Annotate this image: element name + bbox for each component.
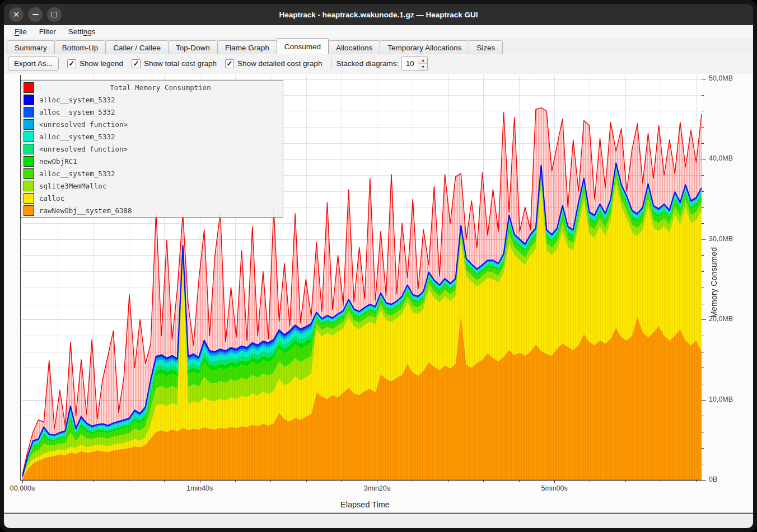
chart-panel: Total Memory Consumptionalloc__system_53… <box>4 73 753 513</box>
menu-item-filter[interactable]: Filter <box>33 26 62 37</box>
legend-item: rawNewObj__system_6388 <box>22 204 282 216</box>
legend-item: Total Memory Consumption <box>22 81 282 93</box>
legend-item: alloc__system_5332 <box>22 130 282 143</box>
checkbox-label: Show total cost graph <box>144 59 217 68</box>
legend-label: <unresolved function> <box>39 145 128 153</box>
menu-item-file[interactable]: File <box>8 26 33 37</box>
legend-item: alloc__system_5332 <box>22 167 282 180</box>
heaptrack-window: ✕ Heaptrack - heaptrack.wakunode.1.gz — … <box>0 0 757 532</box>
checkbox-label: Show detailed cost graph <box>237 59 323 68</box>
checkbox-label: Show legend <box>80 59 123 68</box>
y-tick-label: 30,0MB <box>709 235 733 243</box>
window-controls: ✕ <box>9 7 62 22</box>
legend-swatch <box>24 131 34 142</box>
close-button[interactable]: ✕ <box>9 7 24 22</box>
y-tick-label: 10,0MB <box>709 396 733 403</box>
legend-swatch <box>24 156 34 167</box>
x-tick-label: 1min40s <box>186 484 213 492</box>
legend-swatch <box>24 119 34 130</box>
legend-label: newObjRC1 <box>39 157 77 166</box>
legend-label: rawNewObj__system_6388 <box>39 206 132 215</box>
tab-caller-callee[interactable]: Caller / Callee <box>105 40 169 54</box>
checkbox-show-detailed-cost-graph[interactable]: ✓Show detailed cost graph <box>225 59 323 68</box>
tab-consumed[interactable]: Consumed <box>277 38 329 54</box>
spinner-buttons: ▲ ▼ <box>418 57 427 70</box>
legend-swatch <box>24 144 34 154</box>
legend-label: alloc__system_5332 <box>39 108 115 116</box>
y-axis-title: Memory Consumed <box>710 247 719 318</box>
window-bottom-margin <box>4 514 753 528</box>
checkmark-icon: ✓ <box>67 59 76 68</box>
x-tick-label: 3min20s <box>364 484 390 492</box>
legend-swatch <box>24 205 34 216</box>
y-tick-label: 50,0MB <box>709 74 733 82</box>
legend-item: calloc <box>22 192 282 204</box>
tab-allocations[interactable]: Allocations <box>328 40 380 54</box>
legend-label: alloc__system_5332 <box>39 170 115 178</box>
x-tick-label: 5min00s <box>541 484 568 492</box>
close-icon: ✕ <box>13 11 20 18</box>
window-title: Heaptrack - heaptrack.wakunode.1.gz — He… <box>71 4 686 25</box>
menu-item-settings[interactable]: Settings <box>62 26 102 37</box>
tab-top-down[interactable]: Top-Down <box>168 40 218 54</box>
legend-label: Total Memory Consumption <box>39 83 282 92</box>
legend-item: sqlite3MemMalloc <box>22 180 282 192</box>
spin-down-button[interactable]: ▼ <box>418 64 427 70</box>
legend-label: alloc__system_5332 <box>39 133 115 141</box>
legend-swatch <box>24 181 34 191</box>
export-as-button[interactable]: Export As... <box>8 57 59 71</box>
toolbar-separator <box>331 58 332 69</box>
legend-swatch <box>24 107 34 117</box>
legend-item: <unresolved function> <box>22 143 282 155</box>
toolbar: Export As... ✓Show legend✓Show total cos… <box>4 54 753 73</box>
legend-item: newObjRC1 <box>22 155 282 167</box>
y-tick-label: 40,0MB <box>709 154 733 162</box>
tab-flame-graph[interactable]: Flame Graph <box>217 40 277 54</box>
x-tick-label: 00.000s <box>10 484 35 492</box>
tab-summary[interactable]: Summary <box>7 40 55 54</box>
minimize-button[interactable] <box>28 7 43 22</box>
y-tick-label: 0B <box>709 475 717 483</box>
chart-legend: Total Memory Consumptionalloc__system_53… <box>21 80 283 218</box>
legend-label: alloc__system_5332 <box>39 96 115 104</box>
minimize-icon <box>32 14 39 15</box>
checkbox-show-legend[interactable]: ✓Show legend <box>67 59 123 68</box>
legend-item: alloc__system_5332 <box>22 93 282 106</box>
checkmark-icon: ✓ <box>225 59 234 68</box>
tab-sizes[interactable]: Sizes <box>469 40 503 54</box>
maximize-icon <box>52 12 57 17</box>
maximize-button[interactable] <box>47 7 62 22</box>
legend-label: <unresolved function> <box>39 120 128 129</box>
legend-swatch <box>24 168 34 179</box>
tab-temporary-allocations[interactable]: Temporary Allocations <box>380 40 469 54</box>
checkmark-icon: ✓ <box>132 59 141 68</box>
stacked-diagrams-value: 10 <box>402 57 418 70</box>
spin-up-button[interactable]: ▲ <box>418 57 427 64</box>
legend-item: alloc__system_5332 <box>22 106 282 118</box>
legend-swatch <box>24 193 34 204</box>
legend-label: sqlite3MemMalloc <box>39 182 106 190</box>
checkbox-show-total-cost-graph[interactable]: ✓Show total cost graph <box>132 59 217 68</box>
tab-bottom-up[interactable]: Bottom-Up <box>54 40 106 54</box>
stacked-diagrams-spinner[interactable]: 10 ▲ ▼ <box>401 57 428 71</box>
title-bar[interactable]: ✕ Heaptrack - heaptrack.wakunode.1.gz — … <box>4 4 753 25</box>
menu-bar: FileFilterSettings <box>4 25 753 38</box>
legend-swatch <box>24 82 34 93</box>
legend-item: <unresolved function> <box>22 118 282 130</box>
stacked-diagrams-label: Stacked diagrams: <box>337 59 399 68</box>
legend-swatch <box>24 95 34 105</box>
x-axis-title: Elapsed Time <box>287 500 443 509</box>
tab-bar: SummaryBottom-UpCaller / CalleeTop-DownF… <box>4 38 753 54</box>
legend-label: calloc <box>39 194 64 203</box>
